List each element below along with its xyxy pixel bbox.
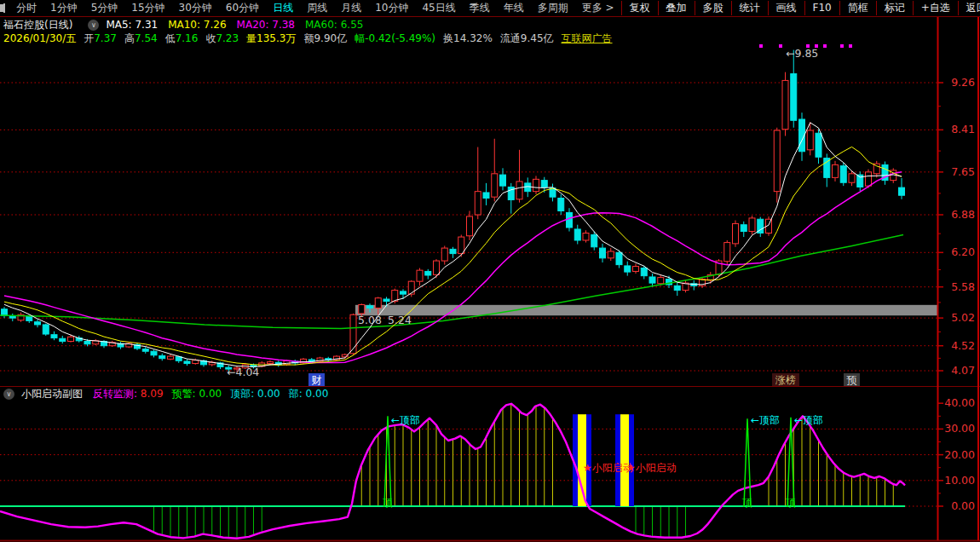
candle <box>641 268 647 276</box>
period-tabs: 分时1分钟5分钟15分钟30分钟60分钟日线周线月线10分钟45日线季线年线多周… <box>9 0 621 16</box>
top-arrow-label: ←顶部 <box>391 414 420 426</box>
top-base-label: 顶 <box>741 497 752 509</box>
candle <box>43 325 49 334</box>
candle <box>68 337 74 341</box>
toolbar-button-8[interactable]: +自选 <box>913 1 958 15</box>
candle <box>733 223 739 243</box>
magenta-dot <box>840 44 844 48</box>
indicator-field-2: 顶部: 0.00 <box>230 387 280 401</box>
candle <box>807 130 813 150</box>
candle <box>625 266 631 272</box>
candle <box>749 218 755 232</box>
candle <box>840 166 846 183</box>
quote-field-6: 额9.90亿 <box>303 32 347 45</box>
candle <box>550 188 556 197</box>
svg-text:4.07: 4.07 <box>951 364 975 377</box>
main-price-axis: 9.268.417.656.886.205.585.024.524.07 <box>937 76 975 377</box>
candle <box>350 314 356 354</box>
chevron-down-icon[interactable]: ∨ <box>3 389 14 400</box>
toolbar-button-5[interactable]: F10 <box>804 1 839 15</box>
svg-text:6.88: 6.88 <box>951 208 975 221</box>
candle <box>899 187 905 195</box>
indicator-field-1: 预警: 0.00 <box>172 387 222 401</box>
candle <box>583 234 589 240</box>
candle <box>483 193 489 199</box>
candle <box>193 360 199 364</box>
industry-link[interactable]: 互联网广告 <box>562 32 613 45</box>
period-tab-10[interactable]: 45日线 <box>415 1 462 15</box>
candle <box>492 174 498 197</box>
candle <box>184 361 190 364</box>
toolbar-button-1[interactable]: 叠加 <box>658 1 695 15</box>
stock-title[interactable]: 福石控股(日线) <box>3 18 72 32</box>
period-tab-4[interactable]: 30分钟 <box>172 1 219 15</box>
candle <box>375 298 381 308</box>
period-tab-5[interactable]: 60分钟 <box>219 1 266 15</box>
signal-band-blue <box>615 414 620 506</box>
toolbar-button-6[interactable]: 简框 <box>839 1 876 15</box>
candle <box>425 271 431 275</box>
quote-field-9: 流通9.45亿 <box>500 32 554 45</box>
candle <box>359 305 365 314</box>
magenta-dot <box>759 44 763 48</box>
period-tab-11[interactable]: 季线 <box>463 1 497 15</box>
svg-text:0.00: 0.00 <box>951 499 975 512</box>
toolbar-button-0[interactable]: 复权 <box>621 1 658 15</box>
candle <box>60 338 66 341</box>
candle <box>658 278 664 284</box>
ma-legend-item-0: MA5: 7.31 <box>106 18 158 32</box>
period-tab-8[interactable]: 月线 <box>334 1 368 15</box>
toolbar-button-2[interactable]: 多股 <box>695 1 731 15</box>
candle <box>833 164 839 177</box>
signal-band-blue <box>586 414 591 506</box>
toolbar: 分时1分钟5分钟15分钟30分钟60分钟日线周线月线10分钟45日线季线年线多周… <box>0 0 980 17</box>
candle <box>417 270 423 281</box>
candle <box>724 243 730 262</box>
app-window: ←9.85←4.045.085.24财涨榜预9.268.417.656.886.… <box>0 0 980 542</box>
toolbar-button-9[interactable]: 返回 <box>958 1 980 15</box>
svg-text:9.26: 9.26 <box>951 76 975 89</box>
indicator-field-3: 部: 0.00 <box>289 387 329 401</box>
candle <box>467 216 473 236</box>
candle <box>434 261 440 274</box>
period-tab-6[interactable]: 日线 <box>266 1 300 15</box>
candle <box>649 277 655 283</box>
svg-text:←4.04: ←4.04 <box>227 366 259 378</box>
period-tab-12[interactable]: 年线 <box>497 1 531 15</box>
indicator-values: 反转监测: 8.09预警: 0.00顶部: 0.00部: 0.00 <box>93 387 337 401</box>
period-tab-1[interactable]: 1分钟 <box>43 1 84 15</box>
toolbar-button-7[interactable]: 标记 <box>876 1 913 15</box>
period-tab-3[interactable]: 15分钟 <box>124 1 171 15</box>
period-tab-0[interactable]: 分时 <box>9 1 43 15</box>
magenta-dot <box>823 44 827 48</box>
ma-legend-item-1: MA10: 7.26 <box>168 18 226 32</box>
chevron-down-icon[interactable]: ∨ <box>88 20 99 31</box>
tag-label-0: 财 <box>312 374 322 386</box>
candle <box>441 248 447 261</box>
svg-text:6.20: 6.20 <box>951 245 975 258</box>
candle <box>558 198 564 210</box>
candle <box>849 174 855 182</box>
tag-label-2: 预 <box>847 374 857 386</box>
period-tab-2[interactable]: 5分钟 <box>84 1 125 15</box>
xiaoyang-signal-label: ★小阳启动 <box>583 462 633 474</box>
candle <box>741 225 747 232</box>
toolbar-button-4[interactable]: 画线 <box>768 1 804 15</box>
xiaoyang-signal-label: ★小阳启动 <box>626 462 677 474</box>
toolbar-button-3[interactable]: 统计 <box>731 1 768 15</box>
window-split-icon[interactable] <box>3 3 5 13</box>
period-tab-14[interactable]: 更多 > <box>575 1 621 15</box>
candle <box>383 299 389 302</box>
quote-field-5: 量135.3万 <box>246 32 296 45</box>
period-tab-9[interactable]: 10分钟 <box>368 1 415 15</box>
quote-field-4: 收7.23 <box>205 32 239 45</box>
period-tab-7[interactable]: 周线 <box>300 1 334 15</box>
candle <box>51 335 57 338</box>
svg-text:20.00: 20.00 <box>944 448 975 461</box>
candle <box>782 80 788 129</box>
period-tab-13[interactable]: 多周期 <box>531 1 575 15</box>
svg-text:5.02: 5.02 <box>951 311 975 324</box>
candle <box>866 172 872 186</box>
quote-field-1: 开7.37 <box>84 32 117 45</box>
candle <box>600 248 606 258</box>
